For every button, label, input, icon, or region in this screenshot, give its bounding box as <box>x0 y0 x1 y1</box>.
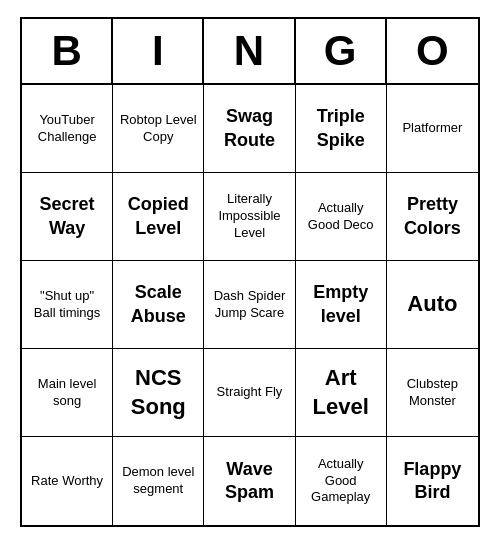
letter-g: G <box>296 19 387 83</box>
bingo-grid: YouTuber ChallengeRobtop Level CopySwag … <box>22 85 478 525</box>
bingo-cell[interactable]: Clubstep Monster <box>387 349 478 437</box>
bingo-cell[interactable]: Actually Good Gameplay <box>296 437 387 525</box>
bingo-cell[interactable]: Platformer <box>387 85 478 173</box>
bingo-cell[interactable]: Empty level <box>296 261 387 349</box>
bingo-cell[interactable]: "Shut up" Ball timings <box>22 261 113 349</box>
bingo-cell[interactable]: Wave Spam <box>204 437 295 525</box>
bingo-cell[interactable]: Main level song <box>22 349 113 437</box>
letter-n: N <box>204 19 295 83</box>
letter-i: I <box>113 19 204 83</box>
bingo-card: B I N G O YouTuber ChallengeRobtop Level… <box>20 17 480 527</box>
letter-o: O <box>387 19 478 83</box>
bingo-cell[interactable]: Robtop Level Copy <box>113 85 204 173</box>
bingo-cell[interactable]: Art Level <box>296 349 387 437</box>
bingo-cell[interactable]: Secret Way <box>22 173 113 261</box>
letter-b: B <box>22 19 113 83</box>
bingo-cell[interactable]: Auto <box>387 261 478 349</box>
bingo-cell[interactable]: Demon level segment <box>113 437 204 525</box>
bingo-cell[interactable]: Actually Good Deco <box>296 173 387 261</box>
bingo-cell[interactable]: Straight Fly <box>204 349 295 437</box>
bingo-cell[interactable]: Scale Abuse <box>113 261 204 349</box>
bingo-cell[interactable]: Triple Spike <box>296 85 387 173</box>
bingo-cell[interactable]: Copied Level <box>113 173 204 261</box>
bingo-cell[interactable]: Swag Route <box>204 85 295 173</box>
bingo-header: B I N G O <box>22 19 478 85</box>
bingo-cell[interactable]: Dash Spider Jump Scare <box>204 261 295 349</box>
bingo-cell[interactable]: Rate Worthy <box>22 437 113 525</box>
bingo-cell[interactable]: Pretty Colors <box>387 173 478 261</box>
bingo-cell[interactable]: NCS Song <box>113 349 204 437</box>
bingo-cell[interactable]: YouTuber Challenge <box>22 85 113 173</box>
bingo-cell[interactable]: Literally Impossible Level <box>204 173 295 261</box>
bingo-cell[interactable]: Flappy Bird <box>387 437 478 525</box>
